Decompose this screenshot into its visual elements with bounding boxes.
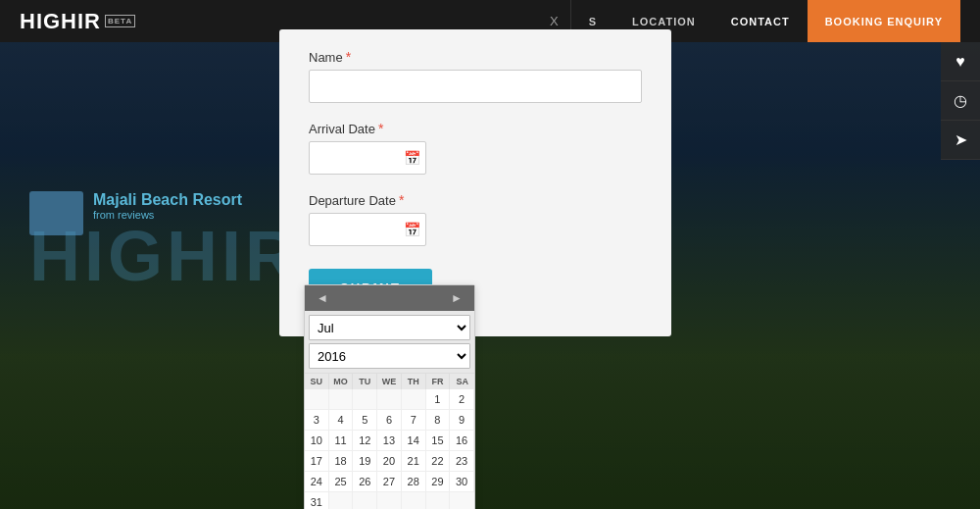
departure-required-indicator: * — [399, 192, 404, 208]
calendar-empty-cell — [426, 492, 451, 509]
calendar-day-1[interactable]: 1 — [426, 389, 451, 410]
calendar-empty-cell — [329, 492, 354, 509]
arrival-label: Arrival Date * — [309, 121, 642, 136]
departure-calendar-icon[interactable]: 📅 — [404, 222, 420, 237]
day-header-we: WE — [377, 374, 402, 389]
calendar-grid: 1234567891011121314151617181920212223242… — [305, 389, 474, 509]
calendar-prev-button[interactable]: ◄ — [313, 289, 332, 307]
calendar-day-7[interactable]: 7 — [402, 410, 426, 431]
arrival-date-wrap: 📅 — [309, 141, 426, 175]
departure-date-wrap: 📅 — [309, 213, 426, 246]
day-header-th: TH — [402, 374, 426, 389]
sidebar-icons: ♥ ◷ ➤ — [941, 42, 980, 160]
year-select[interactable]: 20142015201620172018 — [309, 343, 470, 369]
day-header-fr: FR — [426, 374, 451, 389]
calendar-day-24[interactable]: 24 — [305, 472, 329, 492]
calendar-day-8[interactable]: 8 — [426, 410, 451, 431]
calendar-day-9[interactable]: 9 — [450, 410, 474, 431]
calendar-empty-cell — [353, 389, 377, 410]
month-select[interactable]: JanFebMarApr MayJunJulAug SepOctNovDec — [309, 315, 470, 340]
calendar-day-23[interactable]: 23 — [450, 451, 474, 472]
calendar-day-12[interactable]: 12 — [353, 431, 377, 451]
calendar-day-13[interactable]: 13 — [377, 431, 402, 451]
calendar-day-27[interactable]: 27 — [377, 472, 402, 492]
calendar-day-21[interactable]: 21 — [402, 451, 426, 472]
hotel-name: Majali Beach Resort — [93, 191, 242, 209]
calendar-empty-cell — [305, 389, 329, 410]
calendar-day-16[interactable]: 16 — [450, 431, 474, 451]
calendar-empty-cell — [353, 492, 377, 509]
arrival-calendar-icon[interactable]: 📅 — [404, 150, 420, 166]
calendar-header: ◄ ► — [305, 285, 474, 311]
calendar-empty-cell — [450, 492, 474, 509]
calendar-day-29[interactable]: 29 — [426, 472, 451, 492]
name-field-group: Name * — [309, 49, 642, 103]
clock-icon[interactable]: ◷ — [941, 81, 980, 121]
calendar-day-31[interactable]: 31 — [305, 492, 329, 509]
calendar-next-button[interactable]: ► — [447, 289, 466, 307]
calendar-day-22[interactable]: 22 — [426, 451, 451, 472]
calendar-empty-cell — [402, 389, 426, 410]
calendar-empty-cell — [329, 389, 354, 410]
calendar-day-11[interactable]: 11 — [329, 431, 354, 451]
nav-link-contact[interactable]: CONTACT — [713, 0, 808, 42]
day-header-sa: SA — [450, 374, 474, 389]
calendar-day-28[interactable]: 28 — [402, 472, 426, 492]
calendar-day-2[interactable]: 2 — [450, 389, 474, 410]
calendar-day-4[interactable]: 4 — [329, 410, 354, 431]
calendar-empty-cell — [402, 492, 426, 509]
calendar-day-17[interactable]: 17 — [305, 451, 329, 472]
calendar-day-30[interactable]: 30 — [450, 472, 474, 492]
heart-icon[interactable]: ♥ — [941, 42, 980, 81]
day-header-su: SU — [305, 374, 329, 389]
watermark: HIGHIR — [29, 216, 300, 296]
arrival-required-indicator: * — [378, 121, 383, 136]
send-icon[interactable]: ➤ — [941, 121, 980, 160]
calendar-empty-cell — [377, 389, 402, 410]
day-header-tu: TU — [353, 374, 377, 389]
calendar-day-6[interactable]: 6 — [377, 410, 402, 431]
calendar-day-19[interactable]: 19 — [353, 451, 377, 472]
booking-button[interactable]: BOOKING ENQUIRY — [808, 0, 960, 42]
departure-label: Departure Date * — [309, 192, 642, 208]
logo-text: HIGHIR — [20, 9, 101, 34]
logo-beta: BETA — [105, 15, 135, 27]
day-header-mo: MO — [329, 374, 354, 389]
calendar-empty-cell — [377, 492, 402, 509]
name-input[interactable] — [309, 70, 642, 103]
calendar-day-25[interactable]: 25 — [329, 472, 354, 492]
calendar-days-header: SU MO TU WE TH FR SA — [305, 373, 474, 389]
calendar-day-10[interactable]: 10 — [305, 431, 329, 451]
calendar-day-15[interactable]: 15 — [426, 431, 451, 451]
departure-field-group: Departure Date * 📅 — [309, 192, 642, 246]
calendar-day-3[interactable]: 3 — [305, 410, 329, 431]
calendar-day-26[interactable]: 26 — [353, 472, 377, 492]
arrival-field-group: Arrival Date * 📅 — [309, 121, 642, 175]
calendar-selects: JanFebMarApr MayJunJulAug SepOctNovDec 2… — [305, 311, 474, 373]
calendar-day-5[interactable]: 5 — [353, 410, 377, 431]
calendar-dropdown: ◄ ► JanFebMarApr MayJunJulAug SepOctNovD… — [304, 284, 475, 509]
calendar-day-14[interactable]: 14 — [402, 431, 426, 451]
name-required-indicator: * — [346, 49, 351, 65]
calendar-day-18[interactable]: 18 — [329, 451, 354, 472]
calendar-day-20[interactable]: 20 — [377, 451, 402, 472]
name-label: Name * — [309, 49, 642, 65]
